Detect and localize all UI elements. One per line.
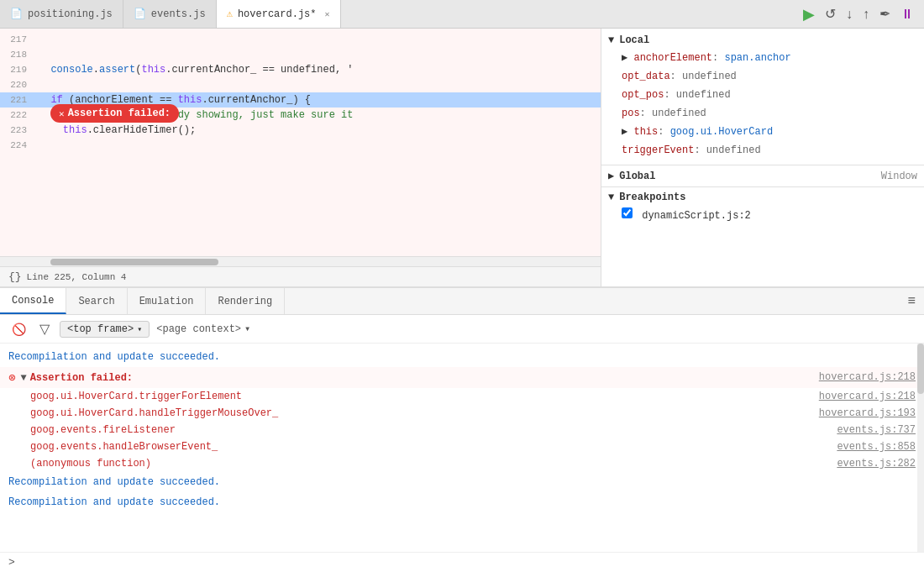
stack-link[interactable]: hovercard.js:218 xyxy=(819,388,916,405)
code-line-224: 224 xyxy=(0,138,601,153)
breakpoint-checkbox[interactable] xyxy=(622,207,633,218)
download-button[interactable]: ↓ xyxy=(844,5,854,24)
scrollbar-thumb[interactable] xyxy=(50,259,218,265)
tab-console[interactable]: Console xyxy=(0,288,66,314)
horizontal-scrollbar[interactable] xyxy=(0,256,601,266)
chevron-down-icon: ▾ xyxy=(244,323,250,335)
tab-label: hovercard.js* xyxy=(238,8,317,20)
breakpoints-section-header[interactable]: ▼ Breakpoints xyxy=(601,189,924,206)
line-number: 224 xyxy=(0,138,35,153)
tab-emulation[interactable]: Emulation xyxy=(128,288,207,314)
expand-arrow-icon: ▶ xyxy=(622,126,633,138)
success-text: Recompilation and update succeeded. xyxy=(8,349,220,365)
play-button[interactable]: ▶ xyxy=(801,3,816,25)
line-content: console.assert(this.currentAnchor_ == un… xyxy=(35,62,601,77)
prop-val: : undefined xyxy=(640,108,706,119)
warning-icon: ⚠ xyxy=(227,8,233,20)
scrollbar-thumb[interactable] xyxy=(917,344,924,394)
console-success-line-1: Recompilation and update succeeded. xyxy=(0,347,924,367)
line-number: 218 xyxy=(0,47,35,62)
anchor-element-item[interactable]: ▶ anchorElement: span.anchor xyxy=(601,49,924,67)
cursor-position: Line 225, Column 4 xyxy=(27,272,127,282)
code-lines: 217 218 219 console.assert(this.currentA… xyxy=(0,29,601,153)
console-scrollbar[interactable] xyxy=(917,344,924,552)
local-section-header[interactable]: ▼ Local xyxy=(601,32,924,49)
fn-name: (anonymous function) xyxy=(30,455,151,472)
local-section: ▼ Local ▶ anchorElement: span.anchor opt… xyxy=(601,29,924,163)
frame-label: <top frame> xyxy=(67,323,134,335)
tab-positioning[interactable]: 📄 positioning.js xyxy=(0,0,123,28)
separator xyxy=(601,186,924,187)
tab-toolbar: ▶ ↺ ↓ ↑ ✒ ⏸ xyxy=(793,3,924,25)
frame-select[interactable]: <top frame> ▾ xyxy=(60,321,150,338)
context-select[interactable]: <page context> ▾ xyxy=(156,323,250,335)
code-line-218: 218 xyxy=(0,47,601,62)
opt-pos-item: opt_pos: undefined xyxy=(601,86,924,104)
stack-link[interactable]: events.js:737 xyxy=(837,422,916,438)
stack-link[interactable]: hovercard.js:193 xyxy=(819,405,916,422)
line-number: 221 xyxy=(0,92,35,108)
fn-name: goog.ui.HoverCard.handleTriggerMouseOver… xyxy=(30,405,278,422)
arrow-icon: ▶ xyxy=(608,170,614,182)
console-input[interactable] xyxy=(22,557,916,569)
tab-events[interactable]: 📄 events.js xyxy=(123,0,217,28)
console-menu-button[interactable]: ≡ xyxy=(899,294,924,309)
stack-link[interactable]: events.js:282 xyxy=(837,455,916,472)
prop-name: opt_data xyxy=(622,71,670,82)
assertion-text: Assertion failed: xyxy=(68,108,171,119)
prop-val: : undefined xyxy=(670,71,737,82)
line-number: 223 xyxy=(0,123,35,138)
pos-item: pos: undefined xyxy=(601,104,924,123)
tab-rendering[interactable]: Rendering xyxy=(206,288,285,314)
prop-name: triggerEvent xyxy=(622,144,694,156)
code-line-223: 223 this.clearHideTimer(); xyxy=(0,123,601,138)
stack-item-4: goog.events.handleBrowserEvent_ events.j… xyxy=(0,438,924,455)
global-value: Window xyxy=(881,171,917,182)
global-section[interactable]: ▶ Global Window xyxy=(601,167,924,185)
collapse-arrow-icon[interactable]: ▼ xyxy=(20,370,26,386)
assertion-title: Assertion failed: xyxy=(30,370,133,386)
upload-button[interactable]: ↑ xyxy=(861,5,871,24)
console-error-group: ⊗ ▼ Assertion failed: hovercard.js:218 g… xyxy=(0,367,924,472)
right-panel: ▼ Local ▶ anchorElement: span.anchor opt… xyxy=(601,29,924,286)
code-editor: Assertion failed: 217 218 219 console.as… xyxy=(0,29,601,286)
console-toolbar: 🚫 ▽ <top frame> ▾ <page context> ▾ xyxy=(0,315,924,344)
tab-label: positioning.js xyxy=(28,8,113,20)
console-tab-label: Console xyxy=(12,295,54,307)
clear-console-button[interactable]: 🚫 xyxy=(8,321,29,338)
rendering-tab-label: Rendering xyxy=(218,296,272,307)
code-line-217: 217 xyxy=(0,32,601,47)
fn-name: goog.ui.HoverCard.triggerForElement xyxy=(30,388,242,405)
fn-name: goog.events.fireListener xyxy=(30,422,176,438)
chevron-down-icon: ▾ xyxy=(137,324,142,334)
bottom-panel: Console Search Emulation Rendering ≡ 🚫 ▽… xyxy=(0,286,924,572)
prop-name: this xyxy=(633,126,658,138)
opt-data-item: opt_data: undefined xyxy=(601,67,924,86)
prop-name: opt_pos xyxy=(622,89,664,101)
console-success-line-2: Recompilation and update succeeded. xyxy=(0,472,924,492)
pause-button[interactable]: ⏸ xyxy=(899,5,916,24)
expand-arrow-icon: ▶ xyxy=(622,52,633,64)
error-link-1[interactable]: hovercard.js:218 xyxy=(819,369,916,386)
tab-hovercard[interactable]: ⚠ hovercard.js* ✕ xyxy=(217,0,341,28)
tab-search[interactable]: Search xyxy=(66,288,127,314)
this-item[interactable]: ▶ this: goog.ui.HoverCard xyxy=(601,123,924,141)
trigger-event-item: triggerEvent: undefined xyxy=(601,141,924,160)
prop-val: : undefined xyxy=(664,89,730,101)
prop-name: anchorElement xyxy=(633,52,712,64)
file-icon: 📄 xyxy=(134,8,146,20)
line-number: 217 xyxy=(0,32,35,47)
stack-item-1: goog.ui.HoverCard.triggerForElement hove… xyxy=(0,388,924,405)
success-text: Recompilation and update succeeded. xyxy=(8,474,220,491)
filter-button[interactable]: ▽ xyxy=(36,319,53,338)
tab-close-button[interactable]: ✕ xyxy=(325,9,330,19)
fn-name: goog.events.handleBrowserEvent_ xyxy=(30,438,218,455)
stack-link[interactable]: events.js:858 xyxy=(837,438,916,455)
search-tab-label: Search xyxy=(78,296,114,307)
tab-bar: 📄 positioning.js 📄 events.js ⚠ hovercard… xyxy=(0,0,924,29)
edit-button[interactable]: ✒ xyxy=(878,4,892,24)
refresh-button[interactable]: ↺ xyxy=(823,4,837,24)
arrow-icon: ▼ xyxy=(608,192,614,203)
line-number: 219 xyxy=(0,62,35,77)
file-icon: 📄 xyxy=(10,8,23,20)
